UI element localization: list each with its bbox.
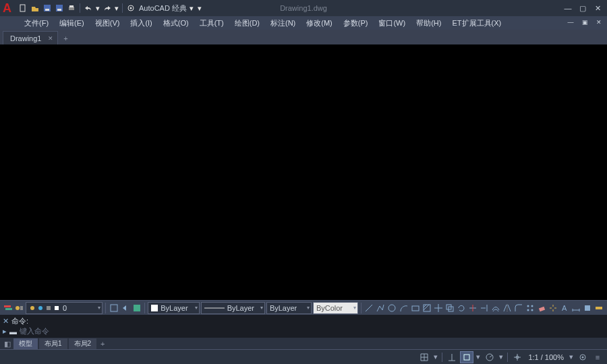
svg-line-21: [366, 305, 372, 311]
print-icon[interactable]: [66, 3, 77, 13]
tool-explode-icon[interactable]: [548, 303, 558, 313]
osnap-toggle-icon[interactable]: [511, 351, 524, 363]
polar-dropdown-icon[interactable]: ▾: [498, 351, 504, 363]
menu-modify[interactable]: 修改(M): [301, 17, 338, 30]
file-tab[interactable]: Drawing1 ✕: [3, 31, 58, 44]
svg-rect-18: [134, 305, 140, 311]
doc-restore-button[interactable]: ▣: [578, 17, 591, 28]
svg-point-22: [388, 305, 395, 311]
ortho-dropdown-icon[interactable]: ▾: [475, 351, 482, 363]
lineweight-combo[interactable]: ByLayer: [266, 302, 312, 314]
plotstyle-combo[interactable]: ByColor: [313, 302, 358, 314]
layer-match-icon[interactable]: [109, 303, 119, 313]
close-button[interactable]: ✕: [591, 3, 604, 13]
layout-add-button[interactable]: +: [98, 339, 107, 348]
tool-offset-icon[interactable]: [490, 303, 500, 313]
svg-rect-47: [464, 355, 469, 360]
drawing-canvas[interactable]: [0, 44, 607, 300]
layer-props-icon[interactable]: [3, 303, 13, 313]
tool-mirror-icon[interactable]: [502, 303, 512, 313]
color-combo[interactable]: ByLayer: [148, 302, 199, 314]
tool-dim-icon[interactable]: [571, 303, 581, 313]
qat-separator: [80, 3, 80, 13]
tool-text-icon[interactable]: A: [560, 303, 570, 313]
tool-measure-icon[interactable]: [594, 303, 604, 313]
menu-parametric[interactable]: 参数(P): [338, 17, 374, 30]
tool-move-icon[interactable]: [433, 303, 443, 313]
polar-toggle-icon[interactable]: [483, 351, 496, 363]
qat-customize-icon[interactable]: ▾: [196, 3, 203, 13]
zoom-dropdown-icon[interactable]: ▾: [568, 351, 575, 363]
qat-separator: [122, 3, 123, 13]
new-icon[interactable]: [18, 3, 28, 13]
layer-combo[interactable]: 0: [26, 302, 103, 314]
workspace-gear-icon[interactable]: [125, 3, 136, 13]
menu-tools[interactable]: 工具(T): [194, 17, 229, 30]
redo-icon[interactable]: [102, 3, 113, 13]
layout-tab-2[interactable]: 布局2: [69, 338, 97, 349]
menu-insert[interactable]: 插入(I): [125, 17, 157, 30]
ortho-toggle-icon[interactable]: [460, 351, 473, 363]
layer-iso-icon[interactable]: [132, 303, 142, 313]
doc-close-button[interactable]: ✕: [592, 17, 606, 28]
tool-block-icon[interactable]: [583, 303, 593, 313]
save-icon[interactable]: [42, 3, 53, 13]
customize-icon[interactable]: ≡: [591, 351, 604, 363]
doc-minimize-button[interactable]: —: [564, 17, 577, 28]
layer-states-icon[interactable]: [14, 303, 24, 313]
menu-format[interactable]: 格式(O): [158, 17, 194, 30]
toolbar-separator: [105, 303, 106, 313]
new-tab-button[interactable]: +: [59, 32, 71, 44]
cmd-history-icon[interactable]: ✕: [3, 317, 9, 326]
menu-express[interactable]: ET扩展工具(X): [446, 17, 507, 30]
menu-help[interactable]: 帮助(H): [411, 17, 446, 30]
svg-rect-0: [20, 5, 25, 11]
status-right: ▾ ▾ ▾ 1:1 / 100% ▾ ≡: [417, 351, 604, 363]
snap-toggle-icon[interactable]: [445, 351, 459, 363]
tool-trim-icon[interactable]: [467, 303, 478, 313]
menu-draw[interactable]: 绘图(D): [229, 17, 265, 30]
command-input[interactable]: 键入命令: [20, 326, 49, 336]
open-icon[interactable]: [30, 3, 40, 13]
layer-prev-icon[interactable]: [120, 303, 130, 313]
menu-view[interactable]: 视图(V): [90, 17, 125, 30]
zoom-level[interactable]: 1:1 / 100%: [525, 353, 567, 361]
layout-tab-model[interactable]: 模型: [13, 338, 38, 349]
tool-circle-icon[interactable]: [387, 303, 397, 313]
tool-hatch-icon[interactable]: [422, 303, 432, 313]
grid-dropdown-icon[interactable]: ▾: [432, 351, 439, 363]
svg-point-34: [527, 305, 529, 307]
saveas-icon[interactable]: [54, 3, 65, 13]
close-icon[interactable]: ✕: [48, 35, 53, 42]
tool-line-icon[interactable]: [364, 303, 374, 313]
menu-file[interactable]: 文件(F): [19, 17, 54, 30]
workspace-dropdown-icon[interactable]: ▾: [188, 3, 195, 13]
menu-edit[interactable]: 编辑(E): [54, 17, 90, 30]
svg-point-8: [130, 7, 132, 9]
gear-icon[interactable]: [576, 351, 589, 363]
maximize-button[interactable]: ▢: [576, 3, 589, 13]
minimize-button[interactable]: —: [561, 3, 575, 13]
grid-toggle-icon[interactable]: [417, 351, 431, 363]
undo-icon[interactable]: [83, 3, 94, 13]
toolbar-separator: [361, 303, 362, 313]
tool-copy-icon[interactable]: [444, 303, 455, 313]
tool-pline-icon[interactable]: [376, 303, 386, 313]
layout-tab-1[interactable]: 布局1: [39, 338, 67, 349]
svg-rect-17: [111, 305, 117, 311]
linetype-combo[interactable]: ByLayer: [201, 302, 265, 314]
tool-fillet-icon[interactable]: [513, 303, 523, 313]
tool-rect-icon[interactable]: [410, 303, 420, 313]
tool-array-icon[interactable]: [525, 303, 536, 313]
svg-rect-19: [151, 305, 158, 311]
cmd-close-icon[interactable]: ▸: [3, 327, 7, 336]
layout-quick-icon[interactable]: ◧: [3, 339, 12, 348]
undo-dropdown-icon[interactable]: ▾: [95, 3, 100, 13]
redo-dropdown-icon[interactable]: ▾: [114, 3, 119, 13]
tool-erase-icon[interactable]: [537, 303, 547, 313]
menu-window[interactable]: 窗口(W): [373, 17, 411, 30]
menu-dimension[interactable]: 标注(N): [265, 17, 301, 30]
tool-arc-icon[interactable]: [399, 303, 409, 313]
tool-extend-icon[interactable]: [479, 303, 489, 313]
tool-rotate-icon[interactable]: [456, 303, 466, 313]
